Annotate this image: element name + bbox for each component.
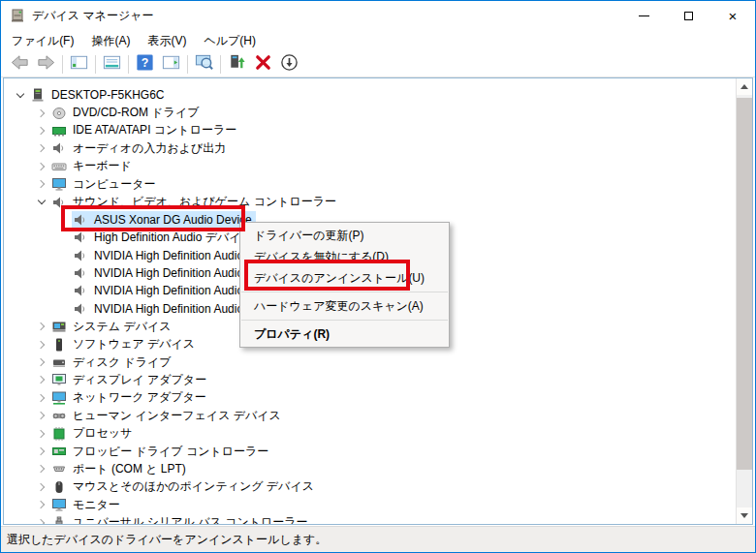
chevron-right-icon[interactable] <box>33 448 50 454</box>
tree-label: サウンド、ビデオ、およびゲーム コントローラー <box>73 194 336 210</box>
tree-row-body[interactable]: キーボード <box>50 158 136 175</box>
chevron-right-icon[interactable] <box>33 145 50 151</box>
tree-row[interactable]: マウスとそのほかのポインティング デバイス <box>4 478 736 496</box>
audio-device-icon <box>73 283 88 298</box>
tree-row[interactable]: ネットワーク アダプター <box>4 389 736 407</box>
tree-row-body[interactable]: モニター <box>50 496 124 513</box>
menu-item-view[interactable]: 表示(V) <box>139 30 195 52</box>
menu-item-action[interactable]: 操作(A) <box>82 30 139 52</box>
tree-row-body[interactable]: NVIDIA High Definition Audio <box>72 264 247 282</box>
console-tree-button[interactable] <box>66 52 92 76</box>
uninstall-device-button[interactable] <box>250 52 276 76</box>
tree-label: DVD/CD-ROM ドライブ <box>73 105 199 121</box>
chevron-right-icon[interactable] <box>33 377 50 383</box>
close-button[interactable]: × <box>710 1 755 30</box>
tree-row[interactable]: ポート (COM と LPT) <box>4 460 736 477</box>
display-adapter-icon <box>51 372 67 387</box>
tree-row-body[interactable]: ユニバーサル シリアル バス コントローラー <box>50 513 312 524</box>
chevron-right-icon[interactable] <box>33 128 50 134</box>
chevron-right-icon[interactable] <box>33 520 50 524</box>
minimize-button[interactable] <box>621 1 666 30</box>
tree-row[interactable]: IDE ATA/ATAPI コントローラー <box>4 122 736 139</box>
tree-row[interactable]: サウンド、ビデオ、およびゲーム コントローラー <box>4 193 736 210</box>
action-pane-button[interactable] <box>158 52 184 76</box>
tree-row[interactable]: フロッピー ドライブ コントローラー <box>4 443 736 460</box>
chevron-right-icon[interactable] <box>33 323 50 329</box>
tree-row[interactable]: ヒューマン インターフェイス デバイス <box>4 407 736 424</box>
context-menu-item-scan-hardware[interactable]: ハードウェア変更のスキャン(A) <box>240 295 449 317</box>
tree-row-body[interactable]: DVD/CD-ROM ドライブ <box>50 104 203 121</box>
chevron-down-icon[interactable] <box>33 200 50 203</box>
tree-row-body[interactable]: DESKTOP-F5KHG6C <box>29 86 168 104</box>
toolbar-separator <box>220 55 221 74</box>
tree-row-body[interactable]: High Definition Audio デバイス <box>72 229 257 246</box>
context-menu-item-disable-device[interactable]: デバイスを無効にする(D) <box>240 246 449 267</box>
tree-row-body[interactable]: NVIDIA High Definition Audio <box>72 247 247 264</box>
tree-row[interactable]: ユニバーサル シリアル バス コントローラー <box>4 513 736 524</box>
chevron-right-icon[interactable] <box>33 502 50 507</box>
tree-row-body[interactable]: ディスプレイ アダプター <box>50 371 210 388</box>
scroll-down-button[interactable] <box>737 507 752 524</box>
status-bar: 選択したデバイスのドライバーをアンインストールします。 <box>1 526 755 552</box>
tree-row-body[interactable]: IDE ATA/ATAPI コントローラー <box>50 122 240 139</box>
context-menu-item-update-driver[interactable]: ドライバーの更新(P) <box>240 225 449 246</box>
tree-row-body[interactable]: ポート (COM と LPT) <box>50 460 190 477</box>
context-menu-item-properties[interactable]: プロパティ(R) <box>240 323 449 345</box>
chevron-right-icon[interactable] <box>33 110 50 116</box>
chevron-right-icon[interactable] <box>33 413 50 418</box>
chevron-right-icon[interactable] <box>33 342 50 348</box>
context-menu-separator <box>241 292 448 292</box>
tree-row[interactable]: DESKTOP-F5KHG6C <box>4 86 736 104</box>
tree-row[interactable]: オーディオの入力および出力 <box>4 139 736 157</box>
chevron-right-icon[interactable] <box>33 431 50 437</box>
tree-row-body[interactable]: プロセッサ <box>50 424 136 442</box>
tree-row[interactable]: ディスク ドライブ <box>4 353 736 371</box>
chevron-right-icon[interactable] <box>33 484 50 490</box>
maximize-button[interactable] <box>666 1 710 30</box>
menu-item-file[interactable]: ファイル(F) <box>3 30 82 52</box>
tree-row[interactable]: キーボード <box>4 158 736 175</box>
chevron-down-icon[interactable] <box>12 94 29 97</box>
tree-label: システム デバイス <box>73 319 172 335</box>
network-adapter-icon <box>51 390 67 406</box>
context-menu-item-uninstall-device[interactable]: デバイスのアンインストール(U) <box>240 267 449 289</box>
chevron-right-icon[interactable] <box>33 181 50 187</box>
tree-row-body[interactable]: サウンド、ビデオ、およびゲーム コントローラー <box>50 193 340 210</box>
help-button[interactable]: ? <box>132 52 158 76</box>
tree-label: キーボード <box>73 158 132 174</box>
tree-row[interactable]: DVD/CD-ROM ドライブ <box>4 104 736 121</box>
disable-device-icon <box>279 52 299 76</box>
chevron-right-icon[interactable] <box>33 395 50 401</box>
scan-hardware-button[interactable] <box>191 52 217 76</box>
tree-row-body[interactable]: フロッピー ドライブ コントローラー <box>50 443 272 460</box>
chevron-right-icon[interactable] <box>33 466 50 472</box>
tree-row-body[interactable]: ディスク ドライブ <box>50 353 175 371</box>
scroll-up-button[interactable] <box>737 78 752 95</box>
tree-row-body[interactable]: マウスとそのほかのポインティング デバイス <box>50 478 318 496</box>
device-manager-icon <box>10 8 25 23</box>
tree-row[interactable]: コンピューター <box>4 175 736 193</box>
back-button[interactable] <box>7 52 33 76</box>
properties-button[interactable] <box>99 52 125 76</box>
vertical-scrollbar[interactable] <box>736 78 752 524</box>
chevron-right-icon[interactable] <box>33 164 50 169</box>
tree-row[interactable]: ディスプレイ アダプター <box>4 371 736 388</box>
scrollbar-thumb[interactable] <box>737 98 752 470</box>
menu-item-help[interactable]: ヘルプ(H) <box>195 30 265 52</box>
tree-label: ディスク ドライブ <box>73 354 172 371</box>
chevron-right-icon[interactable] <box>33 359 50 365</box>
tree-row-body[interactable]: ヒューマン インターフェイス デバイス <box>50 407 285 424</box>
forward-button[interactable] <box>33 52 59 76</box>
update-driver-button[interactable] <box>224 52 250 76</box>
tree-row[interactable]: プロセッサ <box>4 424 736 442</box>
tree-row[interactable]: モニター <box>4 496 736 513</box>
tree-row-body[interactable]: ネットワーク アダプター <box>50 389 210 407</box>
tree-row-body[interactable]: NVIDIA High Definition Audio <box>72 282 247 299</box>
tree-row-body[interactable]: システム デバイス <box>50 318 175 335</box>
tree-row-body[interactable]: オーディオの入力および出力 <box>50 139 230 157</box>
tree-row-body[interactable]: ソフトウェア デバイス <box>50 335 199 353</box>
disable-device-button[interactable] <box>276 52 302 76</box>
tree-row-body[interactable]: NVIDIA High Definition Audio <box>72 300 247 318</box>
tree-row-body[interactable]: コンピューター <box>50 175 159 193</box>
tree-row-body-selected[interactable]: ASUS Xonar DG Audio Device <box>72 211 256 229</box>
